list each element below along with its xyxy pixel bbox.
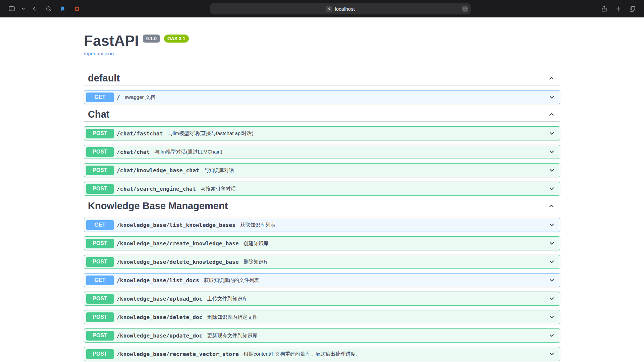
bookmark-extension-icon [60, 6, 66, 12]
section-header[interactable]: default [84, 72, 560, 85]
method-badge: POST [86, 349, 114, 359]
operation-path: /knowledge_base/create_knowledge_base [117, 240, 239, 247]
version-badge: 0.1.0 [143, 35, 160, 43]
operation-row[interactable]: POST /chat/chat 与llm模型对话(通过LLMChain) [84, 145, 560, 159]
oas-badge: OAS 3.1 [164, 35, 189, 43]
back-button[interactable] [28, 3, 41, 14]
method-badge: POST [86, 257, 114, 267]
bookmark-extension-button[interactable] [56, 3, 69, 14]
operation-row[interactable]: GET /knowledge_base/list_docs 获取知识库内的文件列… [84, 273, 560, 287]
new-tab-icon [615, 5, 622, 12]
operation-path: /chat/fastchat [117, 130, 163, 137]
operation-description: 上传文件到知识库 [207, 296, 248, 302]
operation-row[interactable]: POST /chat/search_engine_chat 与搜索引擎对话 [84, 182, 560, 196]
chevron-down-icon[interactable] [548, 94, 555, 101]
operation-description: 获取知识库内的文件列表 [204, 277, 259, 284]
operation-description: swagger 文档 [125, 94, 155, 101]
operation-path: /chat/knowledge_base_chat [117, 167, 199, 174]
share-icon [601, 5, 608, 12]
title-row: FastAPI 0.1.0 OAS 3.1 [84, 32, 560, 50]
chevron-down-icon[interactable] [548, 295, 555, 302]
operation-path: /knowledge_base/list_knowledge_bases [117, 222, 235, 228]
operation-description: 与搜索引擎对话 [201, 186, 236, 192]
page-title: FastAPI [84, 32, 139, 50]
section-title: Knowledge Base Management [88, 200, 228, 212]
back-icon [31, 5, 38, 12]
chevron-down-icon[interactable] [548, 130, 555, 137]
operation-row[interactable]: POST /knowledge_base/delete_knowledge_ba… [84, 255, 560, 269]
operation-path: /chat/search_engine_chat [117, 186, 196, 192]
operation-description: 与llm模型对话(通过LLMChain) [154, 149, 222, 155]
chevron-down-icon[interactable] [548, 314, 555, 320]
operation-path: /chat/chat [117, 149, 150, 155]
toolbar-right-group [598, 3, 639, 14]
sidebar-menu-button[interactable] [19, 3, 27, 14]
chevron-down-icon[interactable] [548, 185, 555, 192]
method-badge: POST [86, 147, 114, 157]
openapi-spec-link[interactable]: /openapi.json [84, 50, 114, 57]
section-knowledge-base-management: Knowledge Base Management GET /knowledge… [84, 200, 560, 361]
method-badge: POST [86, 312, 114, 322]
operation-path: /knowledge_base/list_docs [117, 277, 199, 284]
operation-row[interactable]: POST /knowledge_base/upload_doc 上传文件到知识库 [84, 292, 560, 306]
operation-path: / [117, 94, 120, 101]
chevron-down-icon[interactable] [548, 148, 555, 155]
api-sections: default GET / swagger 文档 Chat [84, 72, 560, 361]
url-field[interactable]: localhost ⋯ [210, 3, 471, 14]
toolbar-center-group: localhost ⋯ [83, 3, 598, 14]
chevron-down-icon[interactable] [548, 258, 555, 265]
new-tab-button[interactable] [612, 3, 625, 14]
chevron-down-icon[interactable] [548, 222, 555, 228]
method-badge: GET [86, 276, 114, 285]
operation-path: /knowledge_base/recreate_vector_store [117, 351, 239, 357]
toolbar-left-group [5, 3, 83, 14]
search-button[interactable] [42, 3, 55, 14]
method-badge: POST [86, 294, 114, 304]
section-default: default GET / swagger 文档 [84, 72, 560, 104]
operation-row[interactable]: GET / swagger 文档 [84, 90, 560, 104]
operation-description: 删除知识库内指定文件 [207, 314, 258, 320]
sidebar-toggle-button[interactable] [5, 3, 18, 14]
chevron-up-icon[interactable] [548, 75, 555, 81]
tab-overview-button[interactable] [626, 3, 639, 14]
chevron-down-icon[interactable] [548, 167, 555, 174]
operation-description: 与llm模型对话(直接与fastchat api对话) [168, 130, 254, 137]
chevron-down-icon[interactable] [548, 277, 555, 284]
section-title: default [88, 72, 120, 84]
operation-row[interactable]: GET /knowledge_base/list_knowledge_bases… [84, 218, 560, 232]
operation-description: 更新现有文件到知识库 [207, 333, 258, 339]
chevron-down-icon[interactable] [548, 240, 555, 247]
chevron-up-icon[interactable] [548, 202, 555, 209]
tab-overview-icon [629, 5, 636, 12]
page-menu-button[interactable]: ⋯ [462, 6, 468, 12]
method-badge: POST [86, 129, 114, 138]
operation-description: 与知识库对话 [204, 167, 234, 174]
share-button[interactable] [598, 3, 610, 14]
browser-toolbar: localhost ⋯ [0, 0, 644, 17]
operation-row[interactable]: POST /chat/knowledge_base_chat 与知识库对话 [84, 163, 560, 177]
section-chat: Chat POST /chat/fastchat 与llm模型对话(直接与fas… [84, 109, 560, 196]
section-header[interactable]: Knowledge Base Management [84, 200, 560, 213]
chevron-down-icon [21, 7, 25, 11]
target-extension-button[interactable] [70, 3, 83, 14]
operation-row[interactable]: POST /knowledge_base/create_knowledge_ba… [84, 236, 560, 250]
sidebar-toggle-icon [8, 5, 15, 12]
operation-row[interactable]: POST /knowledge_base/recreate_vector_sto… [84, 347, 560, 361]
chevron-down-icon[interactable] [548, 351, 555, 357]
method-badge: GET [86, 93, 114, 102]
target-extension-icon [74, 6, 80, 12]
operation-path: /knowledge_base/delete_doc [117, 314, 203, 320]
operation-description: 根据content中文档重建向量库，流式输出处理进度。 [244, 351, 361, 357]
chevron-up-icon[interactable] [548, 111, 555, 118]
section-header[interactable]: Chat [84, 109, 560, 122]
operation-description: 获取知识库列表 [240, 222, 275, 228]
chevron-down-icon[interactable] [548, 332, 555, 339]
content-wrapper: FastAPI 0.1.0 OAS 3.1 /openapi.json defa… [77, 32, 567, 361]
operation-row[interactable]: POST /chat/fastchat 与llm模型对话(直接与fastchat… [84, 126, 560, 140]
operation-row[interactable]: POST /knowledge_base/update_doc 更新现有文件到知… [84, 328, 560, 343]
operation-path: /knowledge_base/update_doc [117, 333, 203, 339]
method-badge: POST [86, 239, 114, 248]
operation-row[interactable]: POST /knowledge_base/delete_doc 删除知识库内指定… [84, 310, 560, 324]
method-badge: GET [86, 220, 114, 230]
swagger-page: FastAPI 0.1.0 OAS 3.1 /openapi.json defa… [0, 17, 644, 362]
